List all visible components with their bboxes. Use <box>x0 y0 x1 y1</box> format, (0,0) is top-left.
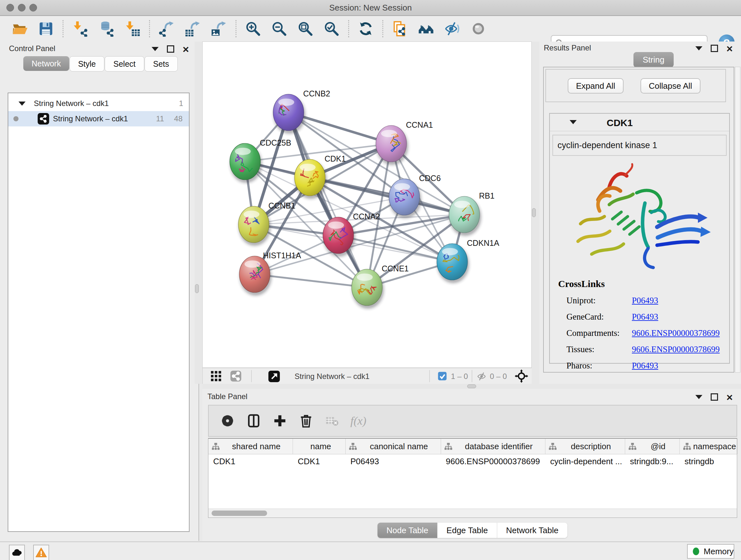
table-panel-menu-icon[interactable] <box>695 395 702 399</box>
cell-description[interactable]: cyclin-dependent ... <box>545 456 625 466</box>
section-collapse-icon[interactable] <box>569 120 577 124</box>
tab-sets[interactable]: Sets <box>145 56 178 71</box>
node-CCNA1[interactable] <box>376 125 408 165</box>
warning-button[interactable] <box>33 545 49 560</box>
first-neighbors-button[interactable] <box>417 20 435 38</box>
control-panel-menu-icon[interactable] <box>151 47 158 51</box>
export-table-button[interactable] <box>184 20 202 38</box>
gene-section-header[interactable]: CDK1 <box>550 114 729 131</box>
node-CCNB2[interactable] <box>273 94 306 134</box>
column-header-namespace[interactable]: namespace <box>680 439 738 454</box>
crosslink-link-compartments[interactable]: 9606.ENSP00000378699 <box>632 328 720 338</box>
node-RB1[interactable] <box>449 196 481 236</box>
import-table-button[interactable] <box>124 20 141 38</box>
zoom-in-button[interactable] <box>244 20 262 38</box>
table-options-button[interactable] <box>219 413 236 429</box>
open-in-window-icon[interactable] <box>268 370 280 382</box>
memory-button[interactable]: Memory <box>687 544 734 559</box>
selected-checkbox-icon[interactable] <box>437 371 447 381</box>
node-CCNB1[interactable] <box>239 206 271 246</box>
results-panel-close-icon[interactable]: × <box>726 45 733 52</box>
tab-select[interactable]: Select <box>105 56 144 71</box>
crosslink-link-uniprot[interactable]: P06493 <box>632 296 658 306</box>
horizontal-splitter[interactable] <box>202 384 741 389</box>
node-CCNE1[interactable] <box>352 269 384 309</box>
create-column-button[interactable] <box>246 413 262 429</box>
table-panel-close-icon[interactable]: × <box>726 394 733 400</box>
network-row[interactable]: String Network – cdk1 11 48 <box>8 111 189 126</box>
window-close-button[interactable] <box>6 4 14 11</box>
tab-edge-table[interactable]: Edge Table <box>437 523 497 538</box>
new-network-from-selection-button[interactable] <box>391 20 409 38</box>
expand-all-button[interactable]: Expand All <box>568 78 623 94</box>
import-database-button[interactable] <box>97 20 115 38</box>
export-image-button[interactable] <box>210 20 228 38</box>
crosslink-link-pharos[interactable]: P06493 <box>632 361 658 371</box>
window-minimize-button[interactable] <box>18 4 25 11</box>
import-network-button[interactable] <box>71 20 89 38</box>
cell-namespace[interactable]: stringdb <box>680 456 738 466</box>
column-header-shared-name[interactable]: shared name <box>208 439 293 454</box>
splitter-handle[interactable] <box>195 284 199 293</box>
tab-network[interactable]: Network <box>23 56 69 71</box>
edge-CDK1-RB1[interactable] <box>310 178 464 214</box>
fit-selected-crosshair-icon[interactable] <box>515 369 528 383</box>
add-row-button[interactable] <box>272 413 288 429</box>
tab-string[interactable]: String <box>633 52 674 67</box>
node-CDK1[interactable] <box>294 159 327 199</box>
node-HIST1H1A[interactable] <box>239 256 272 296</box>
collapse-all-button[interactable]: Collapse All <box>641 78 700 94</box>
column-header-id[interactable]: @id <box>625 439 680 454</box>
cloud-button[interactable] <box>9 545 25 560</box>
attribute-icon <box>683 442 691 450</box>
left-splitter[interactable] <box>195 42 202 384</box>
zoom-fit-button[interactable] <box>296 20 314 38</box>
column-header-description[interactable]: description <box>545 439 625 454</box>
control-panel-float-icon[interactable] <box>167 45 174 53</box>
cell-name[interactable]: CDK1 <box>293 456 346 466</box>
refresh-button[interactable] <box>357 20 375 38</box>
zoom-selected-button[interactable] <box>323 20 340 38</box>
crosslink-link-tissues[interactable]: 9606.ENSP00000378699 <box>632 345 720 354</box>
table-row[interactable]: CDK1CDK1P064939606.ENSP00000378699cyclin… <box>208 454 737 469</box>
column-header-name[interactable]: name <box>293 439 346 454</box>
results-scrollbar[interactable] <box>735 67 740 373</box>
tree-expand-icon[interactable] <box>18 102 25 106</box>
table-horizontal-scrollbar[interactable] <box>208 509 737 517</box>
tab-network-table[interactable]: Network Table <box>497 523 567 538</box>
cell-id[interactable]: stringdb:9... <box>625 456 680 466</box>
tab-node-table[interactable]: Node Table <box>378 523 437 538</box>
birds-eye-view-icon[interactable] <box>210 370 222 382</box>
node-CCNA2[interactable] <box>323 217 355 257</box>
node-CDC6[interactable] <box>389 179 421 219</box>
splitter-handle[interactable] <box>532 208 536 217</box>
control-panel-close-icon[interactable]: × <box>183 46 189 52</box>
tab-style[interactable]: Style <box>70 56 105 71</box>
delete-column-button[interactable] <box>298 413 315 429</box>
cell-database-identifier[interactable]: 9606.ENSP00000378699 <box>441 456 545 466</box>
results-panel-float-icon[interactable] <box>711 45 718 52</box>
column-header-database-identifier[interactable]: database identifier <box>441 439 545 454</box>
zoom-out-button[interactable] <box>270 20 288 38</box>
save-session-button[interactable] <box>37 20 55 38</box>
network-share-icon[interactable] <box>230 370 242 382</box>
right-splitter[interactable] <box>532 42 539 384</box>
cell-shared-name[interactable]: CDK1 <box>208 456 293 466</box>
hide-selection-button[interactable] <box>443 20 461 38</box>
table-panel-float-icon[interactable] <box>711 393 718 401</box>
show-all-button[interactable] <box>469 20 487 38</box>
export-network-icon <box>158 21 175 37</box>
results-panel-menu-icon[interactable] <box>695 46 702 51</box>
crosslink-link-genecard[interactable]: P06493 <box>632 312 658 322</box>
window-zoom-button[interactable] <box>29 4 37 11</box>
node-CDC25B[interactable] <box>230 143 262 183</box>
splitter-handle[interactable] <box>467 384 476 388</box>
scrollbar-thumb[interactable] <box>212 510 267 516</box>
export-network-button[interactable] <box>158 20 176 38</box>
node-CDKN1A[interactable] <box>437 244 469 283</box>
network-collection-row[interactable]: String Network – cdk1 1 <box>8 96 189 111</box>
network-canvas[interactable]: CCNB2CCNA1CDC25BCDK1CDC6RB1CCNB1CCNA2CDK… <box>203 42 531 367</box>
cell-canonical-name[interactable]: P06493 <box>346 456 441 466</box>
open-session-button[interactable] <box>11 20 29 38</box>
column-header-canonical-name[interactable]: canonical name <box>346 439 441 454</box>
